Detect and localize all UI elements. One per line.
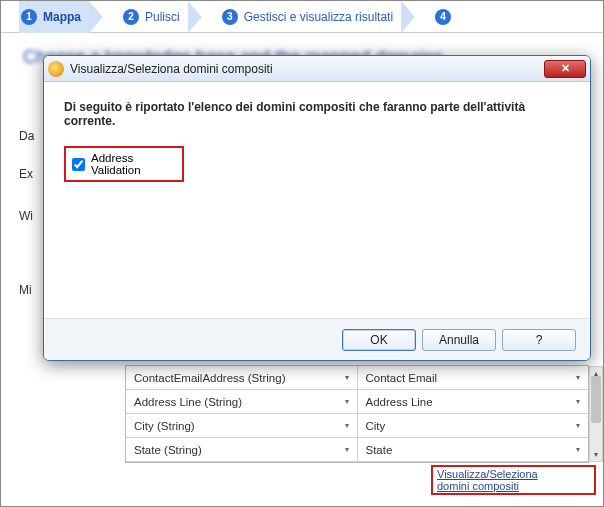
chevron-icon <box>89 1 103 33</box>
step-label: Gestisci e visualizza risultati <box>244 10 393 24</box>
chevron-down-icon[interactable]: ▾ <box>576 445 580 454</box>
chevron-down-icon[interactable]: ▾ <box>345 421 349 430</box>
dialog-button-bar: OK Annulla ? <box>44 318 590 360</box>
ok-button[interactable]: OK <box>342 329 416 351</box>
help-button[interactable]: ? <box>502 329 576 351</box>
table-row[interactable]: State (String)▾ State▾ <box>126 438 588 462</box>
step-label: Mappa <box>43 10 81 24</box>
mapping-table: ContactEmailAddress (String)▾ Contact Em… <box>125 365 589 463</box>
chevron-down-icon[interactable]: ▾ <box>576 421 580 430</box>
address-validation-checkbox-row[interactable]: Address Validation <box>64 146 184 182</box>
chevron-down-icon[interactable]: ▾ <box>345 373 349 382</box>
composite-domains-dialog: Visualizza/Seleziona domini compositi ✕ … <box>43 55 591 361</box>
chevron-down-icon[interactable]: ▾ <box>576 373 580 382</box>
truncated-label: Mi <box>19 283 32 297</box>
domain-column-cell[interactable]: Contact Email▾ <box>358 366 589 389</box>
chevron-down-icon[interactable]: ▾ <box>345 397 349 406</box>
checkbox-label: Address Validation <box>91 152 176 176</box>
close-button[interactable]: ✕ <box>544 60 586 78</box>
step-label: Pulisci <box>145 10 180 24</box>
dialog-titlebar[interactable]: Visualizza/Seleziona domini compositi ✕ <box>44 56 590 82</box>
step-badge: 1 <box>21 9 37 25</box>
app-icon <box>48 61 64 77</box>
truncated-label: Da <box>19 129 34 143</box>
wizard-step-2[interactable]: 2 Pulisci <box>121 1 188 33</box>
wizard-step-1[interactable]: 1 Mappa <box>19 1 89 33</box>
table-row[interactable]: Address Line (String)▾ Address Line▾ <box>126 390 588 414</box>
source-column-cell[interactable]: City (String)▾ <box>126 414 358 437</box>
source-column-cell[interactable]: ContactEmailAddress (String)▾ <box>126 366 358 389</box>
table-row[interactable]: City (String)▾ City▾ <box>126 414 588 438</box>
step-badge: 3 <box>222 9 238 25</box>
view-select-composite-domains-link[interactable]: Visualizza/Seleziona domini compositi <box>431 465 596 495</box>
wizard-step-4[interactable]: 4 <box>433 1 459 33</box>
scroll-down-icon[interactable]: ▾ <box>590 448 602 461</box>
wizard-step-3[interactable]: 3 Gestisci e visualizza risultati <box>220 1 401 33</box>
table-row[interactable]: ContactEmailAddress (String)▾ Contact Em… <box>126 366 588 390</box>
address-validation-checkbox[interactable] <box>72 158 85 171</box>
dialog-instruction: Di seguito è riportato l'elenco dei domi… <box>64 100 570 128</box>
source-column-cell[interactable]: State (String)▾ <box>126 438 358 461</box>
domain-column-cell[interactable]: City▾ <box>358 414 589 437</box>
scroll-thumb[interactable] <box>591 376 601 423</box>
chevron-icon <box>401 1 415 33</box>
domain-column-cell[interactable]: State▾ <box>358 438 589 461</box>
truncated-label: Wi <box>19 209 33 223</box>
chevron-down-icon[interactable]: ▾ <box>345 445 349 454</box>
step-badge: 4 <box>435 9 451 25</box>
domain-column-cell[interactable]: Address Line▾ <box>358 390 589 413</box>
source-column-cell[interactable]: Address Line (String)▾ <box>126 390 358 413</box>
chevron-icon <box>188 1 202 33</box>
truncated-label: Ex <box>19 167 33 181</box>
step-badge: 2 <box>123 9 139 25</box>
chevron-down-icon[interactable]: ▾ <box>576 397 580 406</box>
dialog-title: Visualizza/Seleziona domini compositi <box>70 62 273 76</box>
scrollbar[interactable]: ▴ ▾ <box>589 366 603 462</box>
wizard-steps: 1 Mappa 2 Pulisci 3 Gestisci e visualizz… <box>1 1 603 33</box>
cancel-button[interactable]: Annulla <box>422 329 496 351</box>
close-icon: ✕ <box>561 62 570 75</box>
